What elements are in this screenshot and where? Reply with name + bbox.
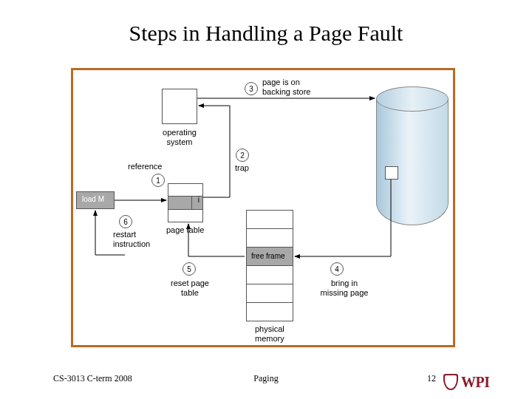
page-fault-diagram: operating system 3 page is on backing st… bbox=[73, 70, 453, 345]
wpi-shield-icon bbox=[443, 374, 458, 390]
slide-title: Steps in Handling a Page Fault bbox=[0, 21, 532, 46]
wpi-wordmark: WPI bbox=[461, 374, 490, 391]
diagram-frame: operating system 3 page is on backing st… bbox=[71, 68, 455, 347]
footer-page-number: 12 bbox=[427, 373, 436, 384]
footer-logo: WPI bbox=[443, 372, 502, 392]
arrows-svg bbox=[73, 70, 457, 349]
